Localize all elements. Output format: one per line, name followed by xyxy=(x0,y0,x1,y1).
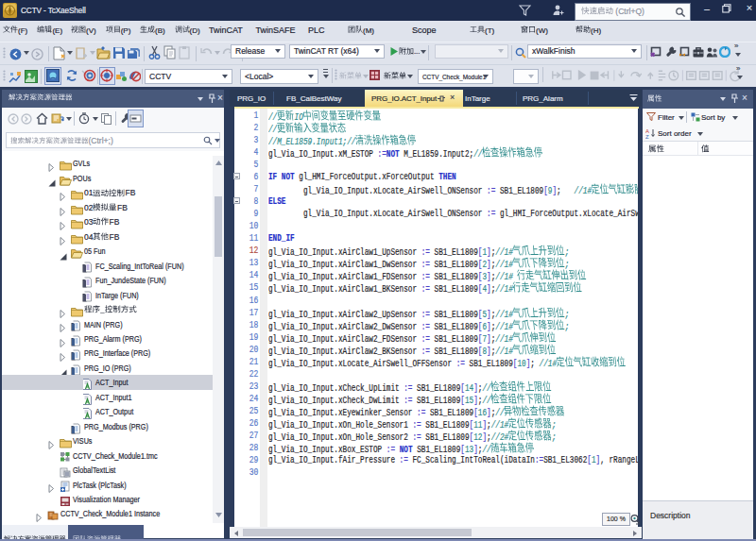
svg-text:A: A xyxy=(645,128,649,134)
svg-text:Z: Z xyxy=(645,134,649,139)
